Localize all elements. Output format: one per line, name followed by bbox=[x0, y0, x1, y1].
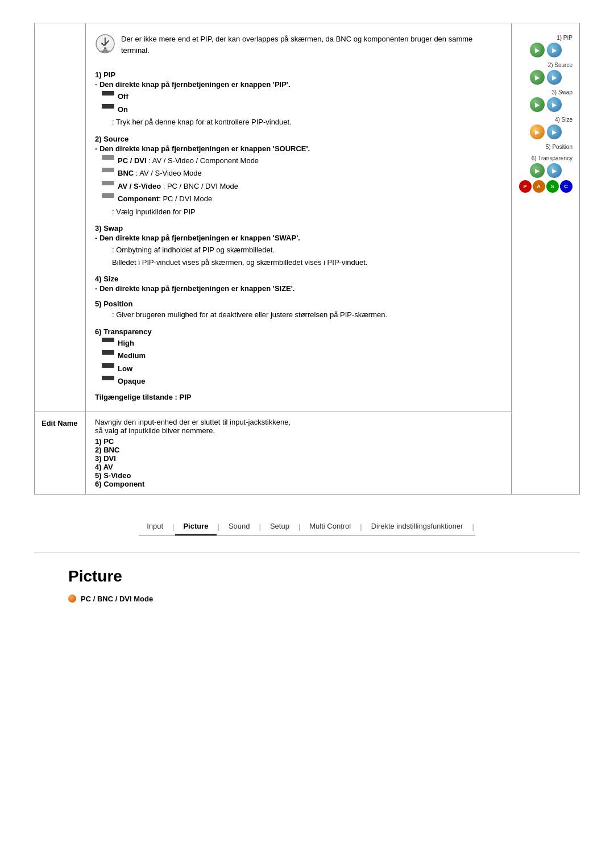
swap-note2: Billedet i PIP-vinduet vises på skærmen,… bbox=[112, 257, 502, 268]
source-btn-right: ▶ bbox=[547, 70, 562, 85]
edit-name-item-1: 1) PC bbox=[95, 437, 502, 446]
dash-av-icon bbox=[102, 181, 114, 185]
pip-off-label: Off bbox=[118, 91, 128, 102]
edit-name-label: Edit Name bbox=[35, 412, 86, 494]
source-pcdvi-label: PC / DVI : AV / S-Video / Component Mode bbox=[118, 155, 259, 167]
dash-low-icon bbox=[102, 363, 114, 368]
source-bnc-label: BNC : AV / S-Video Mode bbox=[118, 168, 202, 179]
source-label-right: 2) Source bbox=[518, 62, 572, 68]
notice-box: Der er ikke mere end et PIP, der kan ove… bbox=[95, 29, 502, 64]
source-component-item: Component: PC / DVI Mode bbox=[102, 193, 502, 205]
edit-name-item-3: 3) DVI bbox=[95, 454, 502, 463]
source-pcdvi-item: PC / DVI : AV / S-Video / Component Mode bbox=[102, 155, 502, 167]
pip-heading: 1) PIP bbox=[95, 70, 502, 79]
picture-title: Picture bbox=[68, 567, 546, 585]
a-button: A bbox=[533, 180, 545, 193]
swap-section: 3) Swap - Den direkte knap på fjernbetje… bbox=[95, 224, 502, 268]
size-heading: 4) Size bbox=[95, 275, 502, 283]
pip-sub: - Den direkte knap på fjernbetjeningen e… bbox=[95, 80, 502, 89]
pip-btn-right: ▶ bbox=[547, 43, 562, 57]
picture-subtitle-text: PC / BNC / DVI Mode bbox=[81, 595, 153, 603]
transparency-section: 6) Transparency High Medium Low bbox=[95, 327, 502, 401]
p-button: P bbox=[519, 180, 532, 193]
swap-label-right: 3) Swap bbox=[518, 89, 572, 95]
dash-off-icon bbox=[102, 91, 114, 95]
edit-name-content: Navngiv den input-enhed der er sluttet t… bbox=[86, 412, 512, 494]
pip-buttons: ▶ ▶ bbox=[530, 43, 562, 57]
transparency-btn-left: ▶ bbox=[530, 163, 545, 178]
notice-text: Der er ikke mere end et PIP, der kan ove… bbox=[121, 34, 502, 56]
swap-heading: 3) Swap bbox=[95, 224, 502, 232]
c-button: C bbox=[560, 180, 572, 193]
edit-name-item-2: 2) BNC bbox=[95, 446, 502, 454]
size-buttons: ▶ ▶ bbox=[530, 124, 562, 139]
dash-on-icon bbox=[102, 104, 114, 109]
pasc-row-top: P A S C bbox=[519, 180, 572, 193]
edit-name-text2: så valg af inputkilde bliver nemmere. bbox=[95, 426, 502, 435]
swap-btn-right: ▶ bbox=[547, 97, 562, 112]
transparency-low-label: Low bbox=[118, 363, 132, 375]
dash-bnc-icon bbox=[102, 168, 114, 172]
picture-section: Picture PC / BNC / DVI Mode bbox=[34, 562, 580, 626]
picture-subtitle-row: PC / BNC / DVI Mode bbox=[68, 595, 546, 603]
pip-btn-left: ▶ bbox=[530, 43, 545, 57]
dash-opaque-icon bbox=[102, 376, 114, 380]
source-bnc-item: BNC : AV / S-Video Mode bbox=[102, 168, 502, 179]
source-sub: - Den direkte knap på fjernbetjeningen e… bbox=[95, 144, 502, 153]
nav-tabs: Input | Picture | Sound | Setup | Multi … bbox=[139, 518, 475, 536]
orange-circle-icon bbox=[68, 595, 76, 603]
edit-name-item-4: 4) AV bbox=[95, 463, 502, 471]
transparency-medium-label: Medium bbox=[118, 350, 146, 362]
transparency-btn-right: ▶ bbox=[547, 163, 562, 178]
tab-direkte[interactable]: Direkte indstillingsfunktioner bbox=[363, 518, 471, 535]
dash-medium-icon bbox=[102, 350, 114, 355]
edit-name-item-5: 5) S-Video bbox=[95, 471, 502, 480]
position-label-right: 5) Position bbox=[518, 144, 572, 150]
transparency-medium-item: Medium bbox=[102, 350, 502, 362]
transparency-opaque-item: Opaque bbox=[102, 376, 502, 387]
dash-pcdvi-icon bbox=[102, 155, 114, 160]
transparency-opaque-label: Opaque bbox=[118, 376, 145, 387]
s-button: S bbox=[546, 180, 559, 193]
tab-setup[interactable]: Setup bbox=[262, 518, 297, 535]
dash-high-icon bbox=[102, 338, 114, 342]
size-sub: - Den direkte knap på fjernbetjeningen e… bbox=[95, 284, 502, 293]
transparency-buttons: ▶ ▶ bbox=[530, 163, 562, 178]
position-note: : Giver brugeren mulighed for at deaktiv… bbox=[112, 309, 502, 321]
tab-multi-control[interactable]: Multi Control bbox=[301, 518, 359, 535]
pip-on-note: : Tryk her på denne knap for at kontroll… bbox=[112, 117, 502, 128]
pip-off-item: Off bbox=[102, 91, 502, 102]
transparency-low-item: Low bbox=[102, 363, 502, 375]
size-label-right: 4) Size bbox=[518, 117, 572, 123]
source-buttons: ▶ ▶ bbox=[530, 70, 562, 85]
transparency-label-right: 6) Transparency bbox=[518, 155, 572, 161]
source-av-label: AV / S-Video : PC / BNC / DVI Mode bbox=[118, 181, 238, 192]
svg-point-1 bbox=[104, 47, 106, 49]
notice-icon bbox=[95, 34, 115, 54]
position-heading: 5) Position bbox=[95, 300, 502, 308]
source-note: : Vælg inputkilden for PIP bbox=[112, 206, 502, 218]
tab-sound[interactable]: Sound bbox=[221, 518, 258, 535]
swap-btn-left: ▶ bbox=[530, 97, 545, 112]
divider-line bbox=[34, 552, 580, 553]
size-btn-right: ▶ bbox=[547, 124, 562, 139]
size-section: 4) Size - Den direkte knap på fjernbetje… bbox=[95, 275, 502, 293]
right-illustrations: 1) PIP ▶ ▶ 2) Source ▶ ▶ 3) Swap ▶ bbox=[516, 28, 575, 196]
edit-name-text1: Navngiv den input-enhed der er sluttet t… bbox=[95, 418, 502, 426]
transparency-high-item: High bbox=[102, 338, 502, 349]
source-section: 2) Source - Den direkte knap på fjernbet… bbox=[95, 135, 502, 218]
size-btn-left: ▶ bbox=[530, 124, 545, 139]
source-btn-left: ▶ bbox=[530, 70, 545, 85]
position-section: 5) Position : Giver brugeren mulighed fo… bbox=[95, 300, 502, 321]
swap-buttons: ▶ ▶ bbox=[530, 97, 562, 112]
swap-sub: - Den direkte knap på fjernbetjeningen e… bbox=[95, 234, 502, 242]
edit-name-item-6: 6) Component bbox=[95, 480, 502, 488]
tab-picture[interactable]: Picture bbox=[175, 518, 216, 535]
available-modes: Tilgængelige tilstande : PIP bbox=[95, 393, 502, 401]
source-component-label: Component: PC / DVI Mode bbox=[118, 193, 212, 205]
pip-on-item: On bbox=[102, 104, 502, 115]
pip-label-right: 1) PIP bbox=[518, 35, 572, 41]
dash-component-icon bbox=[102, 193, 114, 198]
tab-input[interactable]: Input bbox=[139, 518, 171, 535]
swap-note1: : Ombytning af indholdet af PIP og skærm… bbox=[112, 244, 502, 256]
